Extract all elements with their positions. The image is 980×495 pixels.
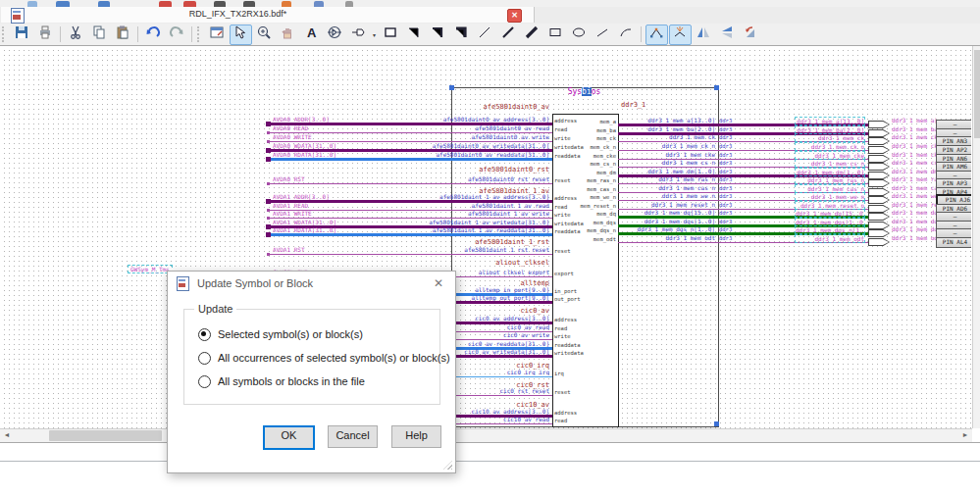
block-tool-button[interactable] bbox=[380, 25, 402, 45]
pin-stub-label[interactable]: afe5801daint_1_av_read bbox=[314, 202, 549, 209]
orthogonal-conduit-tool-button[interactable] bbox=[450, 25, 473, 45]
output-stub-label[interactable]: ddr3_1_mem_cke bbox=[591, 151, 715, 158]
radio-option-0[interactable]: Selected symbol(s) or block(s) bbox=[198, 327, 363, 341]
selection-handle-3[interactable] bbox=[714, 421, 719, 426]
net-name-right[interactable]: ddr3_1_mem_ck_n bbox=[795, 142, 865, 151]
select-tool-button[interactable] bbox=[230, 25, 252, 45]
flip-vertical-button[interactable] bbox=[716, 25, 739, 45]
net-name-label[interactable]: AVDA0_ADDR[3..0] bbox=[273, 116, 330, 123]
pin-stub-label[interactable]: afe5801daint0_av_writedata[31..0] bbox=[314, 142, 549, 149]
radio-button-1[interactable] bbox=[198, 352, 211, 365]
rubberbanding-button[interactable] bbox=[645, 25, 668, 45]
pin-stub-label[interactable]: afe5801daint0_av_read bbox=[314, 124, 549, 131]
hand-tool-button[interactable] bbox=[277, 25, 299, 45]
output-stub-label[interactable]: ddr3_1_mem_dq[15..0] bbox=[591, 209, 715, 216]
orthogonal-node-tool-button[interactable] bbox=[403, 25, 426, 45]
schematic-editor-canvas[interactable]: Sysbiosddr3_1afe5801daint0_avafe5801dain… bbox=[0, 45, 980, 443]
net-name-right[interactable]: ddr3_1_mem_a[13..0] bbox=[795, 117, 865, 125]
net-name-right[interactable]: ddr3_1_mem_dq[15..0] bbox=[795, 209, 865, 218]
pin-stub-label[interactable]: afe5801daint_1_av_write bbox=[314, 210, 549, 217]
tab-close-button[interactable]: ✕ bbox=[507, 9, 522, 23]
partial-rubberbanding-button[interactable] bbox=[669, 25, 692, 45]
diagonal-node-tool-button[interactable] bbox=[474, 25, 496, 45]
wire-afe5801daint_1_rst_reset[interactable] bbox=[269, 254, 552, 255]
output-pin-name[interactable]: ddr3_1_mem_cke bbox=[892, 151, 936, 158]
output-pin-symbol[interactable] bbox=[868, 129, 890, 137]
rotate-left-button[interactable] bbox=[740, 25, 762, 45]
output-stub-label[interactable]: ddr3_1_mem_ras_n bbox=[591, 175, 715, 182]
cancel-button[interactable]: Cancel bbox=[328, 425, 378, 448]
output-pin-symbol[interactable] bbox=[868, 222, 890, 229]
ellipse-tool-button[interactable] bbox=[568, 25, 591, 45]
output-stub-label[interactable]: ddr3_1_mem_ba[2..0] bbox=[591, 125, 715, 132]
pin-stub-label[interactable]: afe5801daint_1_av_writedata[31..0] bbox=[314, 219, 549, 225]
scroll-left-arrow[interactable]: ◄ bbox=[0, 429, 14, 441]
rectangle-tool-button[interactable] bbox=[544, 25, 567, 45]
output-pin-name[interactable]: ddr3_1_mem_dq[15..0] bbox=[892, 209, 936, 216]
orthogonal-bus-tool-button[interactable] bbox=[427, 25, 449, 45]
floating-net-label[interactable]: GWSym_M_Tms bbox=[128, 265, 173, 273]
dialog-resize-grip[interactable] bbox=[443, 461, 452, 470]
net-name-label[interactable]: AVDA0_WDATA[31..0] bbox=[273, 142, 336, 149]
net-name-label[interactable]: AVDA0_READ bbox=[273, 124, 308, 131]
scroll-right-arrow[interactable]: ► bbox=[958, 429, 972, 441]
dialog-close-icon[interactable]: ✕ bbox=[431, 275, 446, 291]
pin-tool-dropdown-arrow[interactable]: ▾ bbox=[370, 25, 379, 44]
symbol-tool-button[interactable] bbox=[324, 25, 346, 45]
output-pin-name[interactable]: ddr3_1_mem_cs_n bbox=[892, 159, 936, 166]
pin-tool-button[interactable] bbox=[347, 25, 370, 45]
net-name-right[interactable]: ddr3_1_mem_we_n bbox=[795, 192, 865, 201]
diagonal-conduit-tool-button[interactable] bbox=[521, 25, 543, 45]
pin-location-box[interactable]: PIN AL4 bbox=[936, 237, 971, 248]
output-stub-label[interactable]: ddr3_1_mem_dm[1..0] bbox=[591, 168, 715, 174]
net-name-label[interactable]: AVDA0_RDATA[31..0] bbox=[273, 151, 336, 158]
radio-button-0[interactable] bbox=[198, 328, 211, 341]
output-pin-name[interactable]: ddr3_1_mem_odt bbox=[892, 234, 936, 241]
radio-option-2[interactable]: All symbols or blocks in the file bbox=[198, 374, 365, 388]
output-stub-label[interactable]: ddr3_1_mem_odt bbox=[591, 234, 715, 241]
vertical-scroll-thumb[interactable] bbox=[974, 50, 980, 138]
output-pin-symbol[interactable] bbox=[868, 155, 890, 163]
wire-afe5801daint_1_av_readdata[31..0][interactable] bbox=[269, 233, 552, 236]
output-pin-symbol[interactable] bbox=[868, 205, 890, 213]
output-pin-symbol[interactable] bbox=[868, 146, 890, 154]
output-pin-symbol[interactable] bbox=[868, 229, 890, 237]
output-stub-label[interactable]: ddr3_1_mem_a[13..0] bbox=[591, 117, 715, 124]
output-pin-symbol[interactable] bbox=[868, 163, 890, 171]
net-name-label[interactable]: AVDA1_ADDR[3..0] bbox=[273, 193, 330, 200]
cut-button[interactable] bbox=[65, 25, 87, 45]
net-name-label[interactable]: AVDA1_READ bbox=[273, 202, 308, 209]
dialog-title-bar[interactable]: Update Symbol or Block ✕ bbox=[168, 272, 455, 295]
zoom-tool-button[interactable] bbox=[253, 25, 276, 45]
net-name-label[interactable]: AVDA1_WDATA[31..0] bbox=[273, 219, 336, 225]
pin-stub-label[interactable]: afe5801daint_1_av_address[3..0] bbox=[314, 193, 549, 200]
output-stub-label[interactable]: ddr3_1_mem_cs_n bbox=[591, 159, 715, 166]
output-stub-label[interactable]: ddr3_1_mem_reset_n bbox=[591, 201, 715, 208]
horizontal-scroll-thumb[interactable] bbox=[49, 430, 162, 441]
print-button[interactable] bbox=[34, 25, 57, 45]
output-stub-label[interactable]: ddr3_1_mem_we_n bbox=[591, 192, 715, 199]
pin-stub-label[interactable]: afe5801daint0_rst_reset bbox=[314, 175, 549, 182]
pin-stub-label[interactable]: afe5801daint0_av_write bbox=[314, 133, 549, 140]
undo-button[interactable] bbox=[142, 25, 165, 45]
output-pin-name[interactable]: ddr3_1_mem_reset_n bbox=[892, 201, 936, 208]
output-pin-symbol[interactable] bbox=[868, 196, 890, 204]
output-pin-symbol[interactable] bbox=[868, 137, 890, 145]
pin-stub-label[interactable]: afe5801daint_1_av_readdata[31..0] bbox=[314, 226, 549, 233]
document-tab[interactable]: RDL_IFX_TX2RX16.bdf* ✕ bbox=[1, 7, 535, 23]
net-name-right[interactable]: ddr3_1_mem_cs_n bbox=[795, 159, 865, 168]
redo-button[interactable] bbox=[166, 25, 188, 45]
net-name-label[interactable]: AVDA1_RST bbox=[273, 246, 305, 253]
net-name-label[interactable]: AVDA1_WRITE bbox=[273, 210, 312, 217]
output-pin-name[interactable]: ddr3_1_mem_we_n bbox=[892, 192, 936, 199]
output-pin-name[interactable]: ddr3_1_mem_a[13..0] bbox=[892, 117, 936, 124]
output-pin-name[interactable]: ddr3_1_mem_cas_n bbox=[892, 184, 936, 191]
arc-tool-button[interactable] bbox=[615, 25, 638, 45]
output-pin-symbol[interactable] bbox=[868, 213, 890, 221]
output-pin-symbol[interactable] bbox=[868, 121, 890, 128]
net-name-label[interactable]: AVDA0_WRITE bbox=[273, 133, 312, 140]
output-stub-label[interactable]: ddr3_1_mem_dqs_n[1..0] bbox=[591, 225, 715, 232]
output-pin-name[interactable]: ddr3_1_mem_dqs[1..0] bbox=[892, 218, 936, 224]
output-pin-symbol[interactable] bbox=[868, 172, 890, 179]
output-pin-name[interactable]: ddr3_1_mem_ras_n bbox=[892, 175, 936, 182]
